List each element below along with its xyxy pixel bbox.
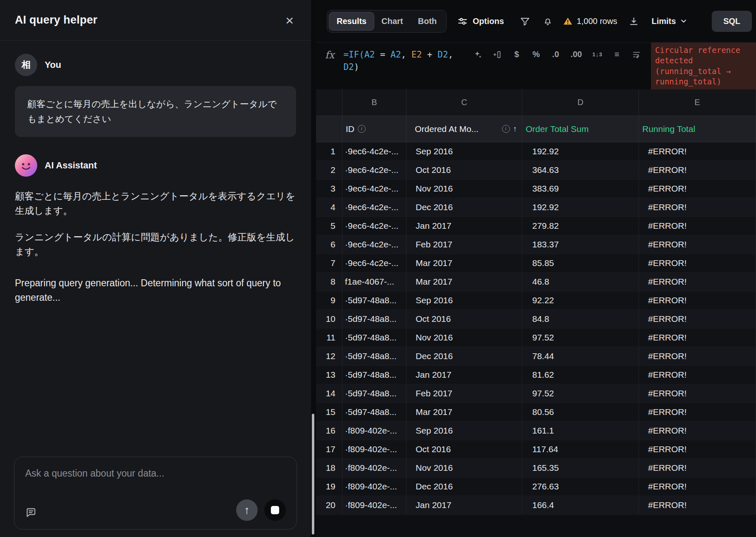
month-cell[interactable]: Dec 2016 <box>407 198 522 217</box>
options-button[interactable]: Options <box>457 16 504 26</box>
id-cell[interactable]: ·9ec6-4c2e-... <box>342 142 407 161</box>
column-letter-b[interactable]: B <box>342 89 407 115</box>
column-letter-c[interactable]: C <box>407 89 522 115</box>
bell-icon[interactable] <box>543 16 553 26</box>
column-header-3[interactable]: Order Total Sum <box>522 116 639 142</box>
id-cell[interactable]: ·9ec6-4c2e-... <box>342 161 407 180</box>
message-icon[interactable] <box>25 507 37 521</box>
running-cell[interactable]: #ERROR! <box>639 142 756 161</box>
sort-123-icon[interactable]: 1↓3 <box>592 51 602 58</box>
month-cell[interactable]: Dec 2016 <box>407 347 522 366</box>
id-cell[interactable]: ·f809-402e-... <box>342 477 407 496</box>
total-cell[interactable]: 192.92 <box>522 142 639 161</box>
month-cell[interactable]: Dec 2016 <box>407 477 522 496</box>
running-cell[interactable]: #ERROR! <box>639 198 756 217</box>
row-number[interactable]: 20 <box>316 496 342 515</box>
id-cell[interactable]: ·5d97-48a8... <box>342 347 407 366</box>
month-cell[interactable]: Feb 2017 <box>407 235 522 254</box>
chat-scrollbar[interactable] <box>312 414 314 535</box>
month-cell[interactable]: Jan 2017 <box>407 496 522 515</box>
total-cell[interactable]: 364.63 <box>522 161 639 180</box>
currency-format-icon[interactable]: $ <box>512 50 521 59</box>
id-cell[interactable]: ·5d97-48a8... <box>342 403 407 422</box>
row-number[interactable]: 1 <box>316 142 342 161</box>
row-number[interactable]: 4 <box>316 198 342 217</box>
running-cell[interactable]: #ERROR! <box>639 291 756 310</box>
running-cell[interactable]: #ERROR! <box>639 422 756 440</box>
running-cell[interactable]: #ERROR! <box>639 217 756 235</box>
column-header-4[interactable]: Running Total <box>639 116 756 142</box>
running-cell[interactable]: #ERROR! <box>639 384 756 403</box>
month-cell[interactable]: Feb 2017 <box>407 384 522 403</box>
decrease-decimal-icon[interactable]: .0 <box>551 50 560 59</box>
column-letter-d[interactable]: D <box>522 89 639 115</box>
running-cell[interactable]: #ERROR! <box>639 235 756 254</box>
row-number[interactable]: 15 <box>316 403 342 422</box>
total-cell[interactable]: 161.1 <box>522 422 639 440</box>
row-number[interactable]: 5 <box>316 217 342 235</box>
total-cell[interactable]: 46.8 <box>522 273 639 291</box>
tab-results[interactable]: Results <box>329 12 374 30</box>
close-icon[interactable]: × <box>285 13 294 27</box>
column-header-2[interactable]: Ordered At Mo...i↑ <box>407 116 522 142</box>
id-cell[interactable]: ·9ec6-4c2e-... <box>342 198 407 217</box>
sql-button[interactable]: SQL <box>712 11 752 32</box>
row-number[interactable]: 6 <box>316 235 342 254</box>
id-cell[interactable]: ·f809-402e-... <box>342 459 407 477</box>
total-cell[interactable]: 85.85 <box>522 254 639 273</box>
month-cell[interactable]: Nov 2016 <box>407 459 522 477</box>
total-cell[interactable]: 165.35 <box>522 459 639 477</box>
column-letter-e[interactable]: E <box>639 89 756 115</box>
total-cell[interactable]: 81.62 <box>522 366 639 384</box>
total-cell[interactable]: 84.8 <box>522 310 639 328</box>
wrap-text-icon[interactable] <box>632 50 641 59</box>
month-cell[interactable]: Mar 2017 <box>407 273 522 291</box>
running-cell[interactable]: #ERROR! <box>639 440 756 459</box>
total-cell[interactable]: 97.52 <box>522 328 639 347</box>
running-cell[interactable]: #ERROR! <box>639 403 756 422</box>
total-cell[interactable]: 166.4 <box>522 496 639 515</box>
id-cell[interactable]: ·5d97-48a8... <box>342 366 407 384</box>
total-cell[interactable]: 183.37 <box>522 235 639 254</box>
row-number[interactable]: 14 <box>316 384 342 403</box>
running-cell[interactable]: #ERROR! <box>639 328 756 347</box>
limits-button[interactable]: Limits <box>651 17 688 26</box>
month-cell[interactable]: Oct 2016 <box>407 161 522 180</box>
row-number[interactable]: 10 <box>316 310 342 328</box>
total-cell[interactable]: 80.56 <box>522 403 639 422</box>
tab-chart[interactable]: Chart <box>374 12 410 30</box>
running-cell[interactable]: #ERROR! <box>639 161 756 180</box>
send-button[interactable]: ↑ <box>236 499 258 521</box>
running-cell[interactable]: #ERROR! <box>639 273 756 291</box>
month-cell[interactable]: Nov 2016 <box>407 180 522 198</box>
id-cell[interactable]: ·f809-402e-... <box>342 440 407 459</box>
row-number[interactable]: 19 <box>316 477 342 496</box>
total-cell[interactable]: 192.92 <box>522 198 639 217</box>
id-cell[interactable]: ·5d97-48a8... <box>342 291 407 310</box>
total-cell[interactable]: 117.64 <box>522 440 639 459</box>
chat-input-box[interactable]: Ask a question about your data... ↑ <box>14 457 297 530</box>
row-number[interactable]: 16 <box>316 422 342 440</box>
insert-column-icon[interactable] <box>493 50 502 59</box>
stop-button[interactable] <box>264 499 286 521</box>
ai-sparkle-icon[interactable] <box>473 50 482 59</box>
filter-icon[interactable] <box>520 16 530 26</box>
month-cell[interactable]: Oct 2016 <box>407 310 522 328</box>
increase-decimal-icon[interactable]: .00 <box>570 50 582 59</box>
month-cell[interactable]: Sep 2016 <box>407 142 522 161</box>
total-cell[interactable]: 383.69 <box>522 180 639 198</box>
month-cell[interactable]: Oct 2016 <box>407 440 522 459</box>
month-cell[interactable]: Mar 2017 <box>407 254 522 273</box>
total-cell[interactable]: 279.82 <box>522 217 639 235</box>
total-cell[interactable]: 78.44 <box>522 347 639 366</box>
download-icon[interactable] <box>629 16 639 26</box>
month-cell[interactable]: Jan 2017 <box>407 217 522 235</box>
column-header-1[interactable]: IDi <box>342 116 407 142</box>
month-cell[interactable]: Jan 2017 <box>407 366 522 384</box>
month-cell[interactable]: Sep 2016 <box>407 422 522 440</box>
percent-format-icon[interactable]: % <box>531 50 541 59</box>
row-number[interactable]: 3 <box>316 180 342 198</box>
align-left-icon[interactable]: ≡ <box>612 50 622 59</box>
running-cell[interactable]: #ERROR! <box>639 254 756 273</box>
total-cell[interactable]: 276.63 <box>522 477 639 496</box>
